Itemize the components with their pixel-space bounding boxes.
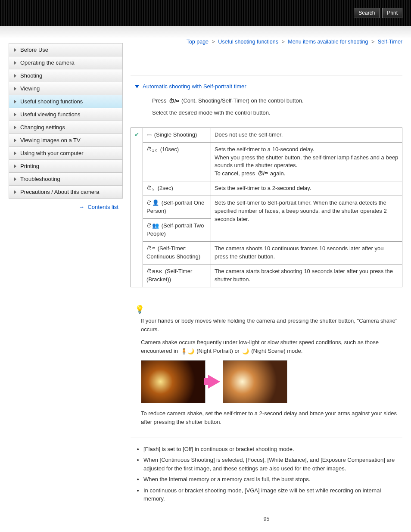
- step-text: Select the desired mode with the control…: [152, 109, 402, 117]
- breadcrumb-link[interactable]: Top page: [187, 39, 209, 45]
- mode-label: (10sec): [160, 146, 179, 152]
- print-button[interactable]: Print: [382, 8, 402, 18]
- sidebar-item[interactable]: Useful viewing functions: [9, 108, 123, 121]
- self-portrait-one-icon: ⏱👤: [146, 199, 159, 207]
- sidebar-item[interactable]: Useful shooting functions: [9, 95, 123, 108]
- sidebar-item[interactable]: Before Use: [9, 43, 123, 56]
- sidebar-item[interactable]: Viewing images on a TV: [9, 134, 123, 147]
- note-item: When [Continuous Shooting] is selected, …: [143, 456, 402, 473]
- breadcrumb-current[interactable]: Self-Timer: [378, 39, 402, 45]
- comparison-images: [141, 360, 402, 403]
- table-check-cell: ✔: [131, 128, 143, 287]
- hint-text: To reduce camera shake, set the self-tim…: [141, 409, 402, 426]
- mode-description: Sets the self-timer to a 2-second delay.: [211, 181, 402, 196]
- sidebar-item[interactable]: Precautions / About this camera: [9, 186, 123, 199]
- main-content: Top page > Useful shooting functions > M…: [123, 39, 411, 532]
- step-text: (Cont. Shooting/Self-Timer) on the contr…: [181, 97, 304, 104]
- mode-label: (2sec): [158, 185, 173, 191]
- breadcrumb-link[interactable]: Menu items available for shooting: [288, 39, 368, 45]
- night-scene-icon: 🌙: [242, 347, 249, 356]
- step-text: Press: [152, 97, 168, 104]
- page-number: 95: [131, 516, 402, 522]
- mode-description: Sets the self-timer to Self-portrait tim…: [211, 196, 402, 242]
- header-bar: Search Print: [0, 0, 411, 26]
- timer-burst-icon: ⏱/▭: [169, 97, 179, 106]
- note-item: In continuous or bracket shooting mode, …: [143, 486, 402, 503]
- timer-2sec-icon: ⏱₂: [146, 184, 155, 193]
- single-shooting-icon: ▭: [146, 131, 152, 139]
- sample-image-sharp: [223, 360, 287, 403]
- sidebar: Before UseOperating the cameraShootingVi…: [0, 39, 123, 532]
- sample-image-blurry: [141, 360, 206, 403]
- mode-description: Sets the self-timer to a 10-second delay…: [211, 142, 402, 181]
- note-item: [Flash] is set to [Off] in continuous or…: [143, 445, 402, 454]
- hint-text: Camera shake occurs frequently under low…: [141, 338, 402, 356]
- mode-description: The camera shoots 10 continuous frames 1…: [211, 241, 402, 264]
- hint-icon: 💡: [135, 305, 402, 314]
- notes-list: [Flash] is set to [Off] in continuous or…: [143, 445, 402, 503]
- timer-bracket-icon: ⏱ʙʀᴋ: [146, 268, 162, 276]
- note-item: When the internal memory or a memory car…: [143, 475, 402, 484]
- contents-list-link[interactable]: Contents list: [87, 204, 118, 210]
- hint-section: 💡 If your hands or body moves while hold…: [131, 305, 402, 426]
- sidebar-item[interactable]: Troubleshooting: [9, 173, 123, 186]
- modes-table: ✔ ▭ (Single Shooting) Does not use the s…: [131, 128, 402, 287]
- arrow-right-icon: →: [79, 204, 84, 210]
- triangle-down-icon: [135, 85, 139, 88]
- self-portrait-two-icon: ⏱👥: [146, 222, 159, 230]
- instruction-steps: Press ⏱/▭ (Cont. Shooting/Self-Timer) on…: [152, 96, 402, 117]
- search-button[interactable]: Search: [354, 8, 380, 18]
- sidebar-item[interactable]: Using with your computer: [9, 147, 123, 160]
- breadcrumb-link[interactable]: Useful shooting functions: [218, 39, 278, 45]
- sidebar-item[interactable]: Changing settings: [9, 121, 123, 134]
- breadcrumb: Top page > Useful shooting functions > M…: [131, 39, 402, 45]
- mode-label: (Single Shooting): [154, 131, 197, 138]
- timer-continuous-icon: ⏱▭: [146, 245, 155, 253]
- sidebar-item[interactable]: Viewing: [9, 82, 123, 95]
- timer-10sec-icon: ⏱₁₀: [146, 146, 158, 154]
- mode-description: Does not use the self-timer.: [211, 128, 402, 142]
- section-anchor-link[interactable]: Automatic shooting with Self-portrait ti…: [143, 83, 246, 90]
- checkmark-icon: ✔: [134, 131, 139, 138]
- pink-arrow-icon: [208, 375, 220, 389]
- night-portrait-icon: 🧍🌙: [181, 347, 194, 356]
- sidebar-item[interactable]: Shooting: [9, 69, 123, 82]
- mode-description: The camera starts bracket shooting 10 se…: [211, 264, 402, 287]
- sidebar-item[interactable]: Operating the camera: [9, 56, 123, 69]
- hint-text: If your hands or body moves while holdin…: [141, 317, 402, 334]
- sidebar-item[interactable]: Printing: [9, 160, 123, 173]
- timer-burst-icon: ⏱/▭: [258, 170, 268, 178]
